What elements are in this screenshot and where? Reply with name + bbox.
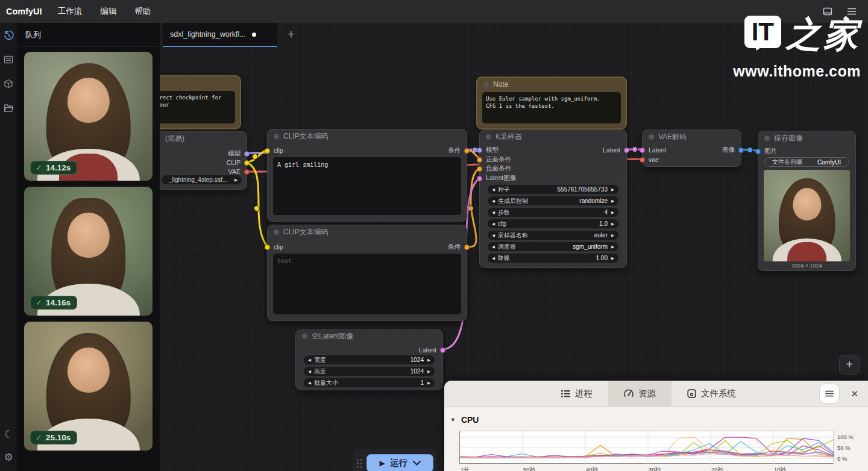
tab-resources[interactable]: 资源 (608, 381, 671, 407)
output-image-preview[interactable] (764, 170, 850, 261)
node-status-dot (483, 82, 489, 87)
prompt-textarea[interactable] (273, 254, 461, 314)
logs-icon[interactable] (3, 54, 14, 65)
unsaved-dot-icon (252, 33, 256, 37)
right-arrow-icon[interactable]: ▶ (234, 178, 237, 182)
drag-handle-icon[interactable] (357, 459, 362, 468)
queue-panel-title: 队列 (17, 23, 160, 47)
note-node-partial[interactable]: rrect checkpoint for your ! (160, 75, 241, 129)
system-monitor-panel: 进程 资源 文件系统 ✕ ▼ CPU (444, 381, 868, 471)
cfg-widget[interactable]: ◀cfg1.0▶ (488, 219, 618, 228)
seed-widget[interactable]: ◀种子555761705655733▶ (488, 185, 618, 194)
ksampler-node[interactable]: K采样器 模型 正面条件 负面条件 Latent图像 Latent ◀种子555… (479, 129, 627, 268)
node-status-dot (649, 134, 654, 140)
clip-encode-negative-node[interactable]: CLIP文本编码 clip 条件 (267, 225, 467, 321)
duration-badge: ✓ 14.16s (30, 296, 77, 310)
new-workflow-button[interactable]: + (284, 28, 298, 42)
queue-result-1[interactable]: ✓ 14.12s (24, 52, 153, 181)
theme-moon-icon[interactable]: ☾ (3, 429, 14, 440)
port-image-input[interactable]: 图片 (755, 147, 777, 155)
node-status-dot (274, 134, 279, 139)
height-widget[interactable]: ◀高度1024▶ (304, 367, 435, 376)
port-negative-input[interactable]: 负面条件 (477, 164, 511, 173)
port-latent-input[interactable]: Latent图像 (477, 174, 516, 182)
port-vae-output[interactable]: VAE (228, 167, 250, 176)
tab-processes[interactable]: 进程 (546, 381, 608, 407)
width-widget[interactable]: ◀宽度1024▶ (304, 355, 435, 364)
node-status-dot (486, 134, 491, 140)
port-clip-input[interactable]: clip (265, 146, 283, 155)
vae-decode-node[interactable]: VAE解码 Latent vae 图像 (642, 129, 741, 167)
port-conditioning-output[interactable]: 条件 (448, 146, 470, 155)
steps-widget[interactable]: ◀步数4▶ (488, 208, 618, 217)
checkpoint-loader-node[interactable]: (简易) 模型 CLIP VAE _lightning_4step.saf...… (160, 131, 247, 190)
queue-result-3[interactable]: ✓ 25.10s (24, 322, 153, 451)
checkpoint-node-title: (简易) (165, 134, 184, 144)
port-model-input[interactable]: 模型 (477, 146, 498, 154)
speedometer-icon (624, 389, 634, 398)
batch-size-widget[interactable]: ◀批量大小1▶ (304, 378, 435, 387)
x-tick-1m: 1分 (461, 466, 470, 471)
chevron-down-icon[interactable] (413, 461, 421, 466)
port-clip-output[interactable]: CLIP (227, 158, 250, 167)
port-model-output[interactable]: 模型 (228, 149, 250, 158)
port-vae-input[interactable]: vae (640, 155, 659, 164)
node-status-dot (764, 136, 770, 141)
cpu-section-toggle[interactable]: ▼ CPU (444, 407, 868, 425)
control-after-generate-widget[interactable]: ◀生成后控制randomize▶ (488, 196, 618, 205)
queue-result-2[interactable]: ✓ 14.16s (24, 187, 153, 316)
port-latent-input[interactable]: Latent (640, 146, 666, 154)
model-library-icon[interactable] (3, 78, 14, 89)
run-toolbar: ▶ 运行 (353, 449, 437, 471)
port-image-output[interactable]: 图像 (722, 146, 744, 154)
workflow-tab-label: sdxl_lightning_workfl... (170, 30, 246, 39)
cpu-section-label: CPU (461, 415, 479, 425)
hamburger-icon (825, 390, 834, 397)
port-conditioning-output[interactable]: 条件 (448, 243, 470, 251)
prompt-textarea[interactable]: A girl smiling (273, 157, 461, 215)
clip-encode-positive-node[interactable]: CLIP文本编码 clip 条件 A girl smiling (267, 129, 467, 222)
monitor-menu-button[interactable] (819, 384, 840, 404)
menu-workflow[interactable]: 工作流 (58, 6, 83, 17)
tab-filesystems[interactable]: 文件系统 (671, 381, 752, 407)
x-tick-10s: 10秒 (774, 466, 786, 471)
menu-edit[interactable]: 编辑 (100, 6, 116, 17)
denoise-widget[interactable]: ◀降噪1.00▶ (488, 254, 618, 263)
ithome-url: www.ithome.com (733, 63, 861, 80)
ithome-logo: IT (744, 16, 781, 48)
image-resolution-label: 1024 × 1024 (758, 263, 855, 269)
sampler-name-widget[interactable]: ◀采样器名称euler▶ (488, 231, 618, 240)
collapse-caret-icon: ▼ (450, 417, 456, 423)
ckpt-name-widget[interactable]: _lightning_4step.saf...▶ (162, 175, 242, 184)
scheduler-widget[interactable]: ◀调度器sgm_uniform▶ (488, 242, 618, 251)
comfyui-window: ComfyUI 工作流 编辑 帮助 ☾ ⚙ (0, 0, 868, 471)
canvas-add-button[interactable]: + (839, 355, 860, 375)
note-text[interactable]: Use Euler sampler with sgm_uniform. CFG … (482, 92, 621, 123)
note-node[interactable]: Note Use Euler sampler with sgm_uniform.… (476, 76, 627, 129)
monitor-close-button[interactable]: ✕ (851, 388, 858, 399)
check-icon: ✓ (36, 298, 42, 307)
note-text[interactable]: rrect checkpoint for your ! (160, 91, 235, 123)
port-positive-input[interactable]: 正面条件 (477, 155, 511, 164)
play-icon: ▶ (379, 459, 385, 467)
workflow-tab[interactable]: sdxl_lightning_workfl... (163, 23, 277, 47)
ithome-watermark: IT 之家 www.ithome.com (733, 16, 861, 80)
x-tick-30s: 30秒 (649, 466, 661, 471)
settings-gear-icon[interactable]: ⚙ (3, 452, 14, 463)
monitor-header: 进程 资源 文件系统 ✕ (444, 381, 868, 407)
workflows-folder-icon[interactable] (3, 102, 14, 113)
y-tick-50: 50 % (837, 444, 851, 451)
x-tick-40s: 40秒 (586, 466, 598, 471)
filename-prefix-widget[interactable]: 文件名前缀ComfyUI (764, 157, 849, 167)
port-latent-output[interactable]: Latent (603, 146, 629, 154)
empty-latent-node[interactable]: 空Latent图像 Latent ◀宽度1024▶ ◀高度1024▶ ◀批量大小… (295, 329, 443, 390)
x-tick-20s: 20秒 (711, 466, 723, 471)
menu-help[interactable]: 帮助 (134, 6, 151, 17)
node-status-dot (274, 229, 279, 235)
sidebar-rail: ☾ ⚙ (0, 23, 17, 471)
run-button[interactable]: ▶ 运行 (366, 454, 433, 471)
queue-history-icon[interactable] (3, 30, 14, 41)
save-image-node[interactable]: 保存图像 图片 文件名前缀ComfyUI 1024 × 1024 (758, 131, 856, 271)
port-clip-input[interactable]: clip (265, 243, 283, 251)
port-latent-output[interactable]: Latent (419, 346, 445, 354)
